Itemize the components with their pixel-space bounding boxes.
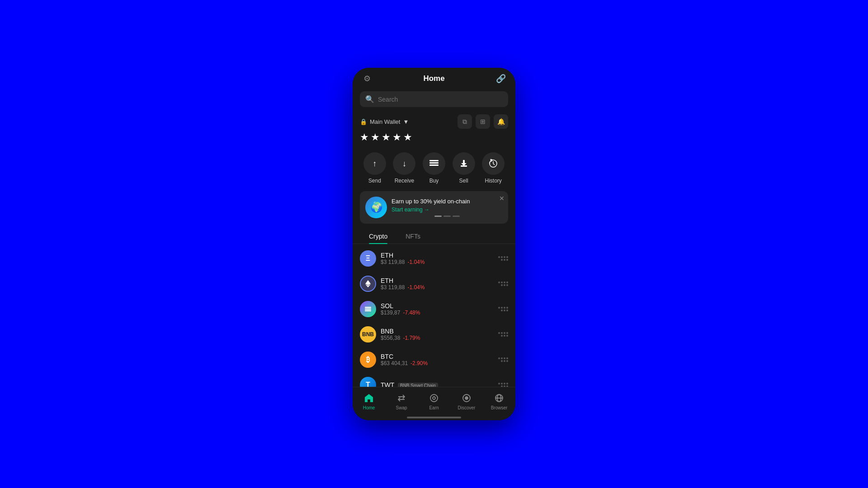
bnb-symbol: BNB [381, 328, 494, 335]
promo-dot-2 [443, 216, 451, 217]
bnb-icon: BNB [360, 326, 376, 343]
sol-info: SOL $139,87 -7.48% [381, 302, 494, 316]
bottom-nav: Home Swap Earn [353, 387, 515, 414]
eth-info-1: ETH $3 119,88 -1.04% [381, 252, 494, 265]
nav-home[interactable]: Home [353, 391, 385, 412]
sol-icon [360, 301, 376, 317]
receive-button[interactable]: ↓ Receive [393, 152, 415, 184]
crypto-item-twt[interactable]: T TWT BNB Smart Chain [353, 372, 515, 387]
eth-menu-1[interactable] [498, 256, 508, 261]
balance-section: ★★★★★ [353, 131, 515, 149]
eth-price-1: $3 119,88 [381, 259, 405, 265]
svg-point-16 [433, 397, 435, 399]
nav-browser[interactable]: Browser [483, 391, 515, 412]
search-input[interactable] [378, 96, 503, 103]
svg-rect-12 [365, 307, 371, 308]
receive-label: Receive [395, 178, 414, 184]
sol-change: -7.48% [403, 310, 420, 316]
browser-nav-icon [494, 393, 505, 404]
svg-rect-0 [429, 160, 439, 161]
swap-nav-label: Swap [396, 405, 407, 410]
home-nav-icon [363, 393, 374, 404]
btc-menu[interactable] [498, 357, 508, 362]
crypto-list: Ξ ETH $3 119,88 -1.04% [353, 244, 515, 387]
nav-discover[interactable]: Discover [450, 391, 483, 412]
eth-symbol-2: ETH [381, 277, 494, 284]
discover-nav-label: Discover [458, 405, 476, 410]
btc-icon: ₿ [360, 352, 376, 368]
nav-swap[interactable]: Swap [385, 391, 418, 412]
bnb-menu[interactable] [498, 332, 508, 337]
btc-symbol: BTC [381, 353, 494, 360]
scan-button[interactable]: ⊞ [476, 114, 490, 129]
promo-link[interactable]: Start earning → [392, 206, 503, 213]
twt-symbol: TWT BNB Smart Chain [381, 381, 494, 387]
buy-icon [423, 152, 445, 175]
history-label: History [485, 178, 502, 184]
eth-icon-2 [360, 276, 376, 292]
svg-rect-14 [365, 310, 371, 312]
bnb-info: BNB $556,38 -1.79% [381, 328, 494, 341]
eth-change-2: -1.04% [407, 284, 425, 291]
discover-nav-icon [461, 393, 472, 404]
wallet-icon: 🔒 [360, 118, 367, 125]
twt-badge: BNB Smart Chain [398, 383, 438, 387]
wallet-name[interactable]: 🔒 Main Wallet ▼ [360, 118, 409, 125]
receive-icon: ↓ [393, 152, 415, 175]
crypto-item-eth-2[interactable]: ETH $3 119,88 -1.04% [353, 271, 515, 296]
history-icon [482, 152, 505, 175]
home-nav-label: Home [363, 405, 375, 410]
home-bar [407, 417, 461, 418]
buy-label: Buy [429, 178, 439, 184]
crypto-item-bnb[interactable]: BNB BNB $556,38 -1.79% [353, 322, 515, 347]
earn-nav-icon [429, 393, 439, 404]
svg-rect-2 [429, 164, 439, 166]
send-label: Send [368, 178, 381, 184]
crypto-item-btc[interactable]: ₿ BTC $63 404,31 -2.90% [353, 347, 515, 372]
phone-container: ⚙ Home 🔗 🔍 🔒 Main Wallet ▼ ⧉ ⊞ 🔔 ★★★★★ ↑… [353, 68, 515, 420]
eth-icon-1: Ξ [360, 250, 376, 267]
promo-dots [392, 216, 503, 217]
buy-button[interactable]: Buy [423, 152, 445, 184]
svg-marker-10 [365, 280, 371, 285]
twt-menu[interactable] [498, 383, 508, 387]
sol-menu[interactable] [498, 307, 508, 311]
promo-title: Earn up to 30% yield on-chain [392, 198, 503, 205]
crypto-item-eth-1[interactable]: Ξ ETH $3 119,88 -1.04% [353, 246, 515, 271]
wallet-section: 🔒 Main Wallet ▼ ⧉ ⊞ 🔔 [353, 111, 515, 131]
copy-button[interactable]: ⧉ [458, 114, 472, 129]
tab-nfts[interactable]: NFTs [396, 229, 429, 244]
eth-symbol-1: ETH [381, 252, 494, 259]
svg-line-8 [493, 164, 495, 165]
tab-crypto[interactable]: Crypto [360, 229, 396, 244]
search-bar[interactable]: 🔍 [360, 91, 508, 107]
sol-price: $139,87 [381, 310, 400, 316]
balance-amount: ★★★★★ [360, 131, 414, 143]
send-icon: ↑ [363, 152, 386, 175]
eth-info-2: ETH $3 119,88 -1.04% [381, 277, 494, 291]
send-button[interactable]: ↑ Send [363, 152, 386, 184]
sell-icon [453, 152, 475, 175]
history-button[interactable]: History [482, 152, 505, 184]
link-icon[interactable]: 🔗 [494, 71, 508, 86]
settings-icon[interactable]: ⚙ [360, 71, 374, 86]
earn-nav-label: Earn [429, 405, 439, 410]
twt-icon: T [360, 377, 376, 387]
nav-earn[interactable]: Earn [418, 391, 450, 412]
promo-dot-3 [453, 216, 460, 217]
eth-change-1: -1.04% [407, 259, 425, 265]
svg-rect-13 [365, 309, 371, 310]
sell-button[interactable]: Sell [453, 152, 475, 184]
promo-close-button[interactable]: ✕ [499, 195, 505, 202]
page-title: Home [423, 74, 444, 83]
action-buttons: ↑ Send ↓ Receive Buy [353, 149, 515, 189]
twt-info: TWT BNB Smart Chain [381, 381, 494, 387]
promo-dot-1 [434, 216, 442, 217]
sol-symbol: SOL [381, 302, 494, 310]
bnb-price: $556,38 [381, 335, 400, 341]
tabs-section: Crypto NFTs [353, 227, 515, 244]
wallet-dropdown-icon: ▼ [403, 118, 409, 125]
bell-button[interactable]: 🔔 [494, 114, 508, 129]
eth-menu-2[interactable] [498, 282, 508, 286]
crypto-item-sol[interactable]: SOL $139,87 -7.48% [353, 296, 515, 322]
